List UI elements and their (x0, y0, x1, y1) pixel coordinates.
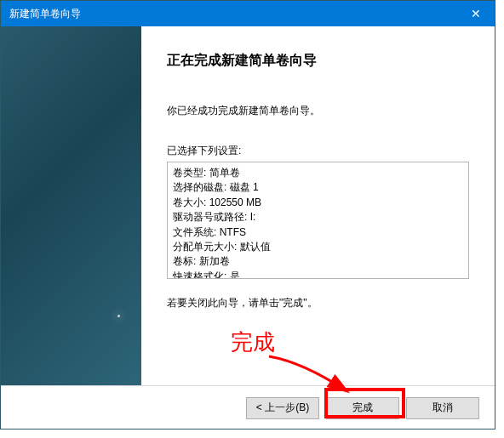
wizard-window: 新建简单卷向导 ✕ 正在完成新建简单卷向导 你已经成功完成新建简单卷向导。 已选… (0, 0, 495, 429)
settings-line: 分配单元大小: 默认值 (173, 240, 463, 254)
settings-line: 卷标: 新加卷 (173, 254, 463, 269)
cancel-button[interactable]: 取消 (406, 397, 479, 419)
finish-button[interactable]: 完成 (326, 397, 399, 419)
back-button[interactable]: < 上一步(B) (246, 397, 319, 419)
settings-line: 驱动器号或路径: I: (173, 210, 463, 225)
settings-line: 选择的磁盘: 磁盘 1 (173, 180, 463, 195)
wizard-sidebar-image (1, 26, 141, 385)
wizard-body: 正在完成新建简单卷向导 你已经成功完成新建简单卷向导。 已选择下列设置: 卷类型… (1, 26, 495, 385)
window-title: 新建简单卷向导 (9, 7, 81, 21)
settings-label: 已选择下列设置: (167, 144, 469, 158)
wizard-success-message: 你已经成功完成新建简单卷向导。 (167, 104, 469, 118)
settings-line: 卷大小: 102550 MB (173, 196, 463, 210)
wizard-content: 正在完成新建简单卷向导 你已经成功完成新建简单卷向导。 已选择下列设置: 卷类型… (141, 26, 495, 385)
settings-line: 文件系统: NTFS (173, 225, 463, 240)
wizard-heading: 正在完成新建简单卷向导 (167, 52, 469, 70)
settings-line: 快速格式化: 是 (173, 270, 463, 279)
button-row: < 上一步(B) 完成 取消 (1, 385, 495, 429)
settings-line: 卷类型: 简单卷 (173, 166, 463, 180)
close-icon[interactable]: ✕ (456, 1, 495, 26)
titlebar-buttons: ✕ (456, 1, 495, 26)
settings-listbox[interactable]: 卷类型: 简单卷 选择的磁盘: 磁盘 1 卷大小: 102550 MB 驱动器号… (167, 162, 469, 279)
titlebar: 新建简单卷向导 ✕ (1, 1, 495, 26)
closing-note: 若要关闭此向导，请单击"完成"。 (167, 296, 469, 310)
